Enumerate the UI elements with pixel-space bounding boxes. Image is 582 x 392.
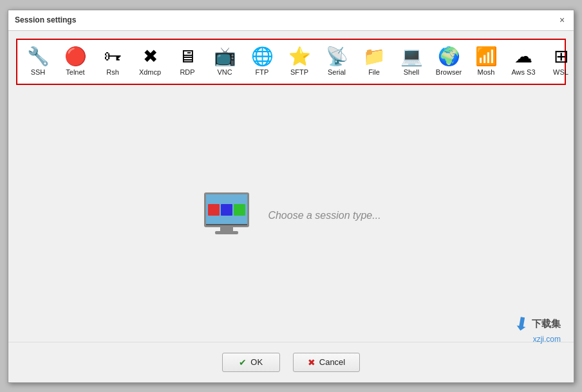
wsl-icon: ⊞ [554, 48, 568, 66]
main-content-area: Choose a session type... [8, 90, 574, 342]
session-icon-serial[interactable]: 📡Serial [319, 45, 355, 79]
choose-area: Choose a session type... [201, 192, 380, 239]
watermark-top: ⬇ 下载集 [514, 313, 561, 335]
session-icon-xdmcp[interactable]: ✖Xdmcp [132, 45, 168, 79]
watermark-brand: 下载集 [532, 318, 561, 330]
session-icon-file[interactable]: 📁File [356, 45, 392, 79]
shell-label: Shell [404, 68, 419, 76]
ssh-icon: 🔧 [27, 48, 50, 66]
vnc-icon: 📺 [214, 48, 236, 66]
dialog-footer: ✔ OK ✖ Cancel [8, 342, 574, 382]
cancel-button[interactable]: ✖ Cancel [293, 353, 360, 372]
rsh-label: Rsh [106, 68, 119, 76]
sftp-label: SFTP [290, 68, 308, 76]
monitor-screen [204, 192, 249, 227]
session-type-bar: 🔧SSH🔴Telnet🗝Rsh✖Xdmcp🖥RDP📺VNC🌐FTP⭐SFTP📡S… [16, 39, 566, 85]
rdp-label: RDP [180, 68, 194, 76]
browser-label: Browser [436, 68, 462, 76]
cancel-icon: ✖ [308, 357, 315, 368]
rsh-icon: 🗝 [104, 48, 122, 66]
serial-icon: 📡 [326, 48, 348, 66]
mosh-label: Mosh [478, 68, 495, 76]
serial-label: Serial [328, 68, 346, 76]
watermark: ⬇ 下载集 xzji.com [514, 313, 561, 344]
session-icon-ftp[interactable]: 🌐FTP [244, 45, 280, 79]
telnet-label: Telnet [66, 68, 84, 76]
session-icon-wsl[interactable]: ⊞WSL [543, 45, 579, 79]
close-button[interactable]: × [557, 15, 567, 25]
watermark-arrow: ⬇ [512, 312, 530, 335]
session-icon-vnc[interactable]: 📺VNC [207, 45, 243, 79]
cube-red [208, 204, 220, 216]
cube-blue [221, 204, 232, 216]
choose-prompt: Choose a session type... [268, 210, 380, 221]
xdmcp-label: Xdmcp [139, 68, 161, 76]
session-icon-rsh[interactable]: 🗝Rsh [95, 45, 131, 79]
ok-label: OK [250, 357, 263, 367]
session-icon-browser[interactable]: 🌍Browser [431, 45, 467, 79]
cube-graphic [205, 201, 248, 218]
sftp-icon: ⭐ [288, 48, 311, 66]
xdmcp-icon: ✖ [143, 48, 158, 66]
ftp-icon: 🌐 [251, 48, 274, 66]
session-icon-mosh[interactable]: 📶Mosh [468, 45, 504, 79]
telnet-icon: 🔴 [64, 48, 87, 66]
watermark-url: xzji.com [514, 335, 561, 344]
shell-icon: 💻 [400, 48, 423, 66]
dialog-title: Session settings [15, 15, 76, 24]
awss3-label: Aws S3 [511, 68, 535, 76]
vnc-label: VNC [217, 68, 232, 76]
title-bar: Session settings × [8, 10, 574, 31]
ok-icon: ✔ [239, 357, 247, 368]
session-icon-shell[interactable]: 💻Shell [393, 45, 429, 79]
ok-button[interactable]: ✔ OK [222, 353, 280, 372]
file-icon: 📁 [363, 48, 386, 66]
mosh-icon: 📶 [475, 48, 498, 66]
wsl-label: WSL [553, 68, 568, 76]
session-settings-dialog: Session settings × 🔧SSH🔴Telnet🗝Rsh✖Xdmcp… [8, 10, 574, 383]
file-label: File [368, 68, 380, 76]
session-icon-ssh[interactable]: 🔧SSH [20, 45, 56, 79]
rdp-icon: 🖥 [178, 48, 196, 66]
cancel-label: Cancel [319, 357, 345, 367]
awss3-icon: ☁ [514, 48, 532, 66]
session-icon-telnet[interactable]: 🔴Telnet [57, 45, 93, 79]
ftp-label: FTP [256, 68, 269, 76]
browser-icon: 🌍 [438, 48, 460, 66]
session-icon-awss3[interactable]: ☁Aws S3 [505, 45, 541, 79]
session-icon-rdp[interactable]: 🖥RDP [169, 45, 205, 79]
monitor-icon [201, 192, 252, 239]
monitor-base [215, 231, 238, 234]
cube-green [234, 204, 245, 216]
session-icon-sftp[interactable]: ⭐SFTP [281, 45, 317, 79]
ssh-label: SSH [31, 68, 46, 76]
